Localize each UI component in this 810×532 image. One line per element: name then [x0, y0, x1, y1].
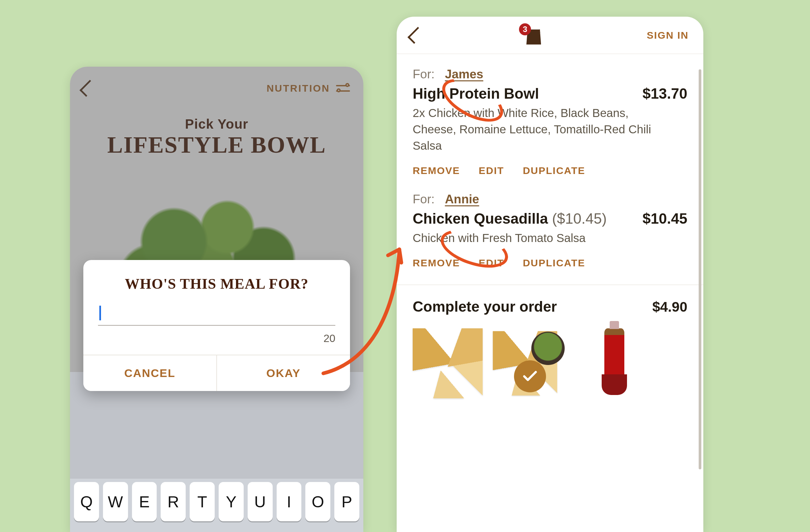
item-actions: REMOVE EDIT DUPLICATE — [413, 165, 687, 176]
back-icon[interactable] — [408, 27, 425, 44]
page-title: LIFESTYLE BOWL — [70, 132, 363, 158]
modal-title: WHO'S THIS MEAL FOR? — [83, 260, 350, 302]
complete-price: $4.90 — [652, 299, 687, 315]
key-w[interactable]: W — [103, 482, 128, 521]
complete-title: Complete your order — [413, 298, 557, 315]
addon-coke[interactable] — [579, 328, 649, 398]
key-u[interactable]: U — [248, 482, 273, 521]
back-icon[interactable] — [80, 80, 97, 97]
page-subtitle: Pick Your — [70, 117, 363, 132]
char-limit: 20 — [83, 332, 335, 345]
guac-icon — [531, 332, 565, 365]
sliders-icon — [336, 83, 350, 93]
item-actions: REMOVE EDIT DUPLICATE — [413, 257, 687, 269]
for-label: For: — [413, 192, 435, 206]
nutrition-button[interactable]: NUTRITION — [267, 83, 350, 94]
cart-button[interactable]: 3 — [526, 26, 541, 45]
complete-order-row: Complete your order $4.90 — [413, 298, 687, 315]
for-name-link[interactable]: James — [445, 67, 483, 81]
key-e[interactable]: E — [132, 482, 157, 521]
item-description: Chicken with Fresh Tomato Salsa — [413, 230, 673, 246]
for-line: For: James — [413, 67, 687, 81]
key-r[interactable]: R — [161, 482, 186, 521]
name-field-wrap — [98, 302, 335, 326]
okay-button[interactable]: OKAY — [216, 355, 350, 391]
duplicate-button[interactable]: DUPLICATE — [523, 165, 585, 176]
key-p[interactable]: P — [334, 482, 359, 521]
key-t[interactable]: T — [190, 482, 215, 521]
for-label: For: — [413, 67, 435, 81]
key-o[interactable]: O — [305, 482, 330, 521]
cart-count-badge: 3 — [519, 23, 531, 35]
item-price: $13.70 — [642, 85, 687, 102]
cart-body: For: James High Protein Bowl $13.70 2x C… — [397, 54, 703, 398]
coke-bottle-icon — [604, 328, 624, 395]
phone-right: 3 SIGN IN For: James High Protein Bowl $… — [397, 17, 703, 532]
for-line: For: Annie — [413, 192, 687, 206]
divider — [397, 285, 703, 285]
cart-item: For: James High Protein Bowl $13.70 2x C… — [413, 67, 687, 176]
edit-button[interactable]: EDIT — [479, 257, 504, 269]
sign-in-button[interactable]: SIGN IN — [647, 30, 688, 41]
scrollbar[interactable] — [699, 69, 701, 469]
addon-thumbnails — [413, 328, 687, 398]
nutrition-label: NUTRITION — [267, 83, 330, 94]
remove-button[interactable]: REMOVE — [413, 165, 460, 176]
addon-chips-guac-selected[interactable] — [496, 328, 566, 398]
right-header: 3 SIGN IN — [397, 17, 703, 54]
cart-item: For: Annie Chicken Quesadilla ($10.45) $… — [413, 192, 687, 269]
item-description: 2x Chicken with White Rice, Black Beans,… — [413, 105, 673, 154]
edit-button[interactable]: EDIT — [479, 165, 504, 176]
addon-chips[interactable] — [413, 328, 483, 398]
key-y[interactable]: Y — [219, 482, 244, 521]
item-name: Chicken Quesadilla ($10.45) — [413, 210, 607, 227]
for-name-link[interactable]: Annie — [445, 192, 479, 206]
key-q[interactable]: Q — [74, 482, 99, 521]
name-input[interactable] — [98, 302, 335, 325]
duplicate-button[interactable]: DUPLICATE — [523, 257, 585, 269]
modal-buttons: CANCEL OKAY — [83, 355, 350, 391]
selected-check-icon — [514, 360, 546, 392]
item-price: $10.45 — [642, 210, 687, 227]
left-header: NUTRITION — [70, 67, 363, 110]
remove-button[interactable]: REMOVE — [413, 257, 460, 269]
key-i[interactable]: I — [277, 482, 302, 521]
keyboard-row-1: Q W E R T Y U I O P — [70, 482, 363, 521]
keyboard: Q W E R T Y U I O P — [70, 372, 363, 532]
name-modal: WHO'S THIS MEAL FOR? 20 CANCEL OKAY — [83, 260, 350, 391]
cancel-button[interactable]: CANCEL — [83, 355, 216, 391]
phone-left: NUTRITION Pick Your LIFESTYLE BOWL Light… — [70, 67, 363, 532]
page-title-block: Pick Your LIFESTYLE BOWL — [70, 117, 363, 158]
text-caret — [99, 306, 101, 320]
item-name: High Protein Bowl — [413, 85, 539, 102]
